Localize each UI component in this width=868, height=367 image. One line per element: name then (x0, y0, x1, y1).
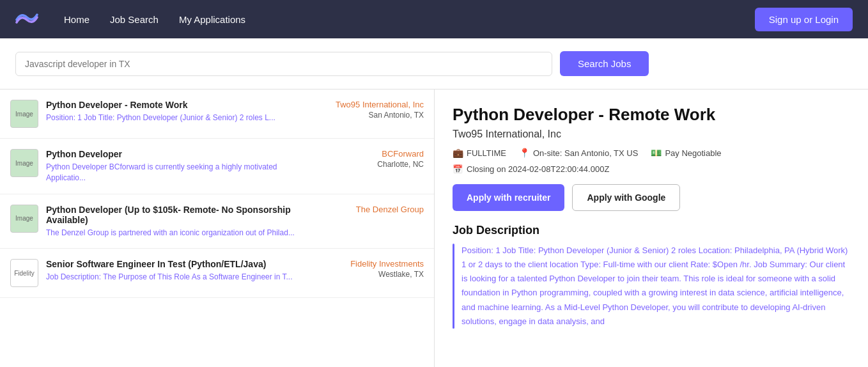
job-item-meta: Two95 International, IncSan Antonio, TX (322, 100, 424, 120)
detail-company: Two95 International, Inc (453, 129, 850, 140)
job-list-item[interactable]: ImagePython Developer (Up to $105k- Remo… (0, 194, 434, 249)
job-list-item[interactable]: FidelitySenior Software Engineer In Test… (0, 249, 434, 298)
detail-meta-row: 💼 FULLTIME 📍 On-site: San Antonio, TX US… (453, 148, 850, 158)
detail-closing: 📅 Closing on 2024-02-08T22:00:44.000Z (453, 164, 850, 174)
detail-title: Python Developer - Remote Work (453, 105, 850, 125)
detail-location: 📍 On-site: San Antonio, TX US (519, 148, 639, 158)
job-list-panel: ImagePython Developer - Remote WorkPosit… (0, 90, 435, 367)
apply-buttons-row: Apply with recruiter Apply with Google (453, 184, 850, 211)
job-item-meta: The Denzel Group (322, 205, 424, 215)
job-logo: Image (10, 205, 38, 233)
desc-heading: Job Description (453, 224, 850, 237)
signup-login-button[interactable]: Sign up or Login (755, 8, 853, 31)
job-item-desc: Job Description: The Purpose of This Rol… (46, 272, 314, 283)
job-item-meta: BCForwardCharlotte, NC (322, 149, 424, 169)
apply-recruiter-button[interactable]: Apply with recruiter (453, 184, 564, 211)
job-item-company: Fidelity Investments (322, 259, 424, 269)
job-detail-panel: Python Developer - Remote Work Two95 Int… (435, 90, 868, 367)
desc-text: Position: 1 Job Title: Python Developer … (461, 244, 850, 329)
job-item-meta: Fidelity InvestmentsWestlake, TX (322, 259, 424, 279)
location-icon: 📍 (519, 148, 530, 158)
job-item-title: Senior Software Engineer In Test (Python… (46, 259, 314, 269)
money-icon: 💵 (651, 148, 662, 158)
detail-pay: 💵 Pay Negotiable (651, 148, 721, 158)
nav-job-search[interactable]: Job Search (110, 14, 159, 25)
job-item-company: The Denzel Group (322, 205, 424, 214)
job-info: Python Developer (Up to $105k- Remote- N… (46, 205, 314, 238)
job-item-company: BCForward (322, 149, 424, 159)
detail-employment-type: 💼 FULLTIME (453, 148, 506, 158)
job-info: Python Developer - Remote WorkPosition: … (46, 100, 314, 123)
nav-my-applications[interactable]: My Applications (179, 14, 245, 25)
nav-home[interactable]: Home (64, 14, 89, 25)
job-item-title: Python Developer (Up to $105k- Remote- N… (46, 205, 314, 225)
job-list-item[interactable]: ImagePython Developer - Remote WorkPosit… (0, 90, 434, 139)
job-item-desc: Position: 1 Job Title: Python Developer … (46, 113, 314, 123)
navbar: Home Job Search My Applications Sign up … (0, 0, 868, 38)
job-logo: Fidelity (10, 259, 38, 287)
apply-google-button[interactable]: Apply with Google (572, 184, 680, 211)
job-item-desc: Python Developer BCforward is currently … (46, 162, 314, 184)
job-item-title: Python Developer - Remote Work (46, 100, 314, 110)
job-list-item[interactable]: ImagePython DeveloperPython Developer BC… (0, 139, 434, 194)
job-info: Senior Software Engineer In Test (Python… (46, 259, 314, 283)
job-item-title: Python Developer (46, 149, 314, 159)
job-logo: Image (10, 100, 38, 128)
job-item-location: Westlake, TX (322, 270, 424, 279)
desc-content: Position: 1 Job Title: Python Developer … (453, 244, 850, 329)
search-jobs-button[interactable]: Search Jobs (560, 51, 649, 76)
job-logo: Image (10, 149, 38, 177)
job-item-company: Two95 International, Inc (322, 100, 424, 109)
search-input[interactable] (15, 52, 552, 76)
briefcase-icon: 💼 (453, 148, 463, 158)
job-item-location: Charlotte, NC (322, 160, 424, 169)
logo-icon (15, 6, 38, 33)
calendar-icon: 📅 (453, 164, 463, 174)
desc-bar-decoration (453, 244, 454, 329)
job-item-desc: The Denzel Group is partnered with an ic… (46, 228, 314, 238)
search-bar-container: Search Jobs (0, 38, 868, 90)
job-info: Python DeveloperPython Developer BCforwa… (46, 149, 314, 184)
job-item-location: San Antonio, TX (322, 111, 424, 120)
main-layout: ImagePython Developer - Remote WorkPosit… (0, 90, 868, 367)
